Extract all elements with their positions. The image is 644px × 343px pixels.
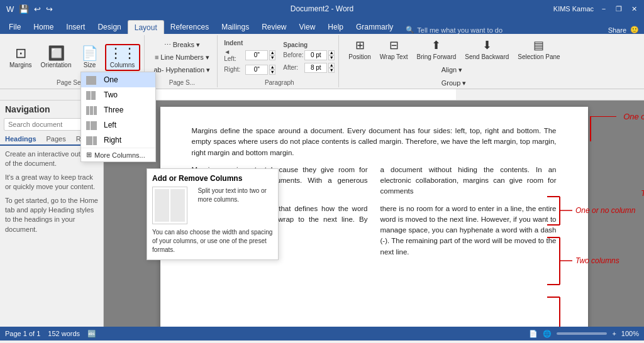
orientation-label: Orientation bbox=[41, 62, 72, 68]
wrap-text-label: Wrap Text bbox=[380, 53, 408, 60]
col-option-right-label: Right bbox=[104, 136, 121, 144]
col-option-three[interactable]: Three bbox=[81, 102, 155, 117]
align-button[interactable]: Align ▾ bbox=[438, 64, 470, 76]
indent-right-input[interactable] bbox=[245, 65, 268, 75]
indent-left-input[interactable] bbox=[245, 50, 268, 60]
col-option-left[interactable]: Left bbox=[81, 117, 155, 133]
more-columns-option[interactable]: ⊞ More Columns... bbox=[81, 148, 155, 161]
spacing-before-down[interactable]: ▼ bbox=[328, 55, 335, 60]
share-button[interactable]: Share bbox=[608, 26, 626, 34]
spacing-before-label: Before: bbox=[283, 52, 303, 58]
col-option-three-label: Three bbox=[104, 106, 123, 114]
undo-icon[interactable]: ↩ bbox=[33, 4, 42, 14]
tab-design[interactable]: Design bbox=[91, 20, 127, 34]
annotation-two-col-text: Two columns bbox=[641, 188, 644, 198]
word-icon: W bbox=[5, 4, 15, 14]
indent-right-up[interactable]: ▲ bbox=[269, 65, 275, 70]
col-option-right[interactable]: Right bbox=[81, 133, 155, 148]
window-title: Document2 - Word bbox=[291, 4, 353, 13]
title-bar: W 💾 ↩ ↪ Document2 - Word KIMS Kamac − ❐ … bbox=[0, 0, 644, 18]
page-info: Page 1 of 1 bbox=[5, 330, 40, 338]
tab-references[interactable]: References bbox=[164, 20, 215, 34]
save-icon[interactable]: 💾 bbox=[18, 4, 30, 14]
tooltip-title: Add or Remove Columns bbox=[152, 174, 273, 183]
zoom-percent: 100% bbox=[621, 330, 639, 337]
spacing-before-up[interactable]: ▲ bbox=[328, 50, 335, 55]
group-button[interactable]: Group ▾ bbox=[438, 77, 470, 89]
send-backward-icon: ⬇ bbox=[482, 38, 492, 52]
tab-review[interactable]: Review bbox=[255, 20, 292, 34]
breaks-button[interactable]: ⋯ Breaks ▾ bbox=[161, 39, 203, 51]
tab-file[interactable]: File bbox=[3, 20, 27, 34]
indent-right-down[interactable]: ▼ bbox=[269, 70, 275, 75]
nav-tab-headings[interactable]: Headings bbox=[0, 133, 42, 146]
indent-left-up[interactable]: ▲ bbox=[269, 50, 275, 55]
indent-left-label: ◄ Left: bbox=[224, 48, 244, 62]
minimize-button[interactable]: − bbox=[599, 4, 609, 14]
col-option-one-label: One bbox=[104, 75, 118, 84]
redo-icon[interactable]: ↪ bbox=[45, 4, 54, 14]
columns-button[interactable]: ⋮⋮ Columns bbox=[105, 44, 140, 71]
position-button[interactable]: ⊞ Position bbox=[345, 36, 374, 62]
send-backward-button[interactable]: ⬇ Send Backward bbox=[462, 36, 512, 62]
indent-left-row: ◄ Left: ▲ ▼ bbox=[224, 48, 275, 62]
tab-view[interactable]: View bbox=[293, 20, 322, 34]
spacing-after-down[interactable]: ▼ bbox=[328, 68, 335, 73]
bring-forward-button[interactable]: ⬆ Bring Forward bbox=[413, 36, 459, 62]
title-bar-controls: KIMS Kamac − ❐ ✕ bbox=[553, 4, 639, 14]
tab-grammarly[interactable]: Grammarly bbox=[350, 20, 399, 34]
tooltip-popup: Add or Remove Columns Split your text in… bbox=[147, 168, 279, 260]
title-bar-left: W 💾 ↩ ↪ bbox=[5, 4, 54, 14]
nav-content-2: It's a great way to keep track or quickl… bbox=[5, 173, 98, 192]
indent-spacing-content: Indent ◄ Left: ▲ ▼ Right: ▲ ▼ bbox=[224, 36, 335, 78]
selection-pane-button[interactable]: ▤ Selection Pane bbox=[514, 36, 563, 62]
col-option-left-label: Left bbox=[104, 121, 116, 129]
svg-rect-1 bbox=[154, 89, 456, 100]
position-label: Position bbox=[348, 53, 371, 60]
indent-right-row: Right: ▲ ▼ bbox=[224, 65, 275, 75]
zoom-slider[interactable] bbox=[557, 332, 607, 335]
wrap-text-button[interactable]: ⊟ Wrap Text bbox=[377, 36, 411, 62]
orientation-button[interactable]: 🔲 Orientation bbox=[38, 45, 75, 70]
bring-forward-label: Bring Forward bbox=[416, 53, 456, 60]
tab-mailings[interactable]: Mailings bbox=[215, 20, 255, 34]
orientation-icon: 🔲 bbox=[48, 46, 65, 60]
more-cols-label: More Columns... bbox=[94, 151, 145, 159]
page-setup-label2: Page S... bbox=[169, 79, 195, 86]
tab-layout[interactable]: Layout bbox=[128, 20, 164, 34]
columns-icon: ⋮⋮ bbox=[109, 46, 136, 60]
position-icon: ⊞ bbox=[355, 38, 365, 52]
smiley-icon: 🙂 bbox=[630, 26, 639, 34]
margins-button[interactable]: ⊡ Margins bbox=[6, 45, 35, 70]
spacing-before-input[interactable] bbox=[304, 50, 327, 60]
view-web-icon[interactable]: 🌐 bbox=[543, 330, 552, 338]
columns-label: Columns bbox=[110, 62, 135, 68]
tab-insert[interactable]: Insert bbox=[60, 20, 91, 34]
ribbon-group-breaks: ⋯ Breaks ▾ ≡ Line Numbers ▾ ab- Hyphenat… bbox=[147, 35, 218, 87]
col-icon-three bbox=[86, 105, 99, 115]
col-option-two[interactable]: Two bbox=[81, 87, 155, 102]
spacing-after-label: After: bbox=[283, 64, 303, 71]
nav-tab-pages[interactable]: Pages bbox=[42, 133, 71, 144]
col-option-one[interactable]: One bbox=[81, 72, 155, 87]
spacing-after-input[interactable] bbox=[304, 63, 327, 73]
status-bar: Page 1 of 1 152 words 🔤 📄 🌐 + 100% bbox=[0, 327, 644, 340]
status-left: Page 1 of 1 152 words 🔤 bbox=[5, 330, 96, 338]
language-icon: 🔤 bbox=[87, 330, 96, 338]
close-button[interactable]: ✕ bbox=[629, 4, 639, 14]
line-numbers-button[interactable]: ≡ Line Numbers ▾ bbox=[152, 52, 213, 63]
ribbon-search-placeholder[interactable]: Tell me what you want to do bbox=[417, 26, 502, 34]
word-count: 152 words bbox=[48, 330, 80, 338]
zoom-plus-icon[interactable]: + bbox=[612, 330, 616, 337]
tab-home[interactable]: Home bbox=[27, 20, 60, 34]
line-numbers-label: Line Numbers ▾ bbox=[160, 53, 209, 62]
hyphenation-button[interactable]: ab- Hyphenation ▾ bbox=[151, 64, 214, 76]
indent-left-down[interactable]: ▼ bbox=[269, 55, 275, 60]
quick-access-toolbar: W 💾 ↩ ↪ bbox=[5, 4, 54, 14]
spacing-after-up[interactable]: ▲ bbox=[328, 63, 335, 68]
size-button[interactable]: 📄 Size bbox=[77, 45, 103, 70]
restore-button[interactable]: ❐ bbox=[614, 4, 624, 14]
doc-col-right-2: there is no room for a word to enter in … bbox=[380, 204, 557, 258]
tab-help[interactable]: Help bbox=[321, 20, 350, 34]
view-print-icon[interactable]: 📄 bbox=[529, 330, 538, 338]
